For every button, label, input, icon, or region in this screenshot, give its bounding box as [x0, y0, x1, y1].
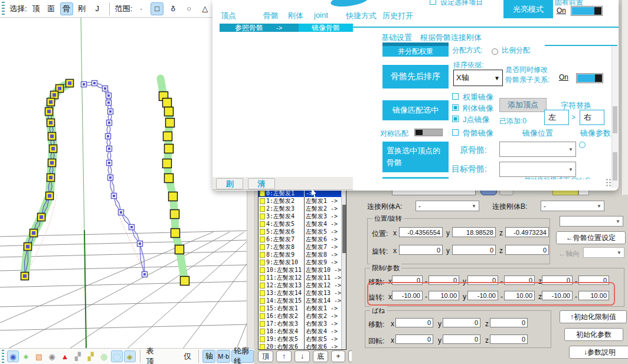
edge-gray-icon[interactable]: ▞: [72, 350, 84, 362]
menu-bone[interactable]: 骨骼: [263, 11, 279, 21]
range-mode-δ[interactable]: δ: [166, 2, 179, 15]
move-limit-x1[interactable]: 0: [392, 276, 423, 285]
mid-first-button[interactable]: 剧: [216, 178, 243, 189]
mid-clear-button[interactable]: 清: [248, 178, 275, 189]
rigid-b-select[interactable]: -▼: [541, 201, 604, 211]
checkbox-刚体镜像[interactable]: [452, 104, 459, 111]
position-z-field[interactable]: -0.4973234: [505, 227, 549, 237]
list-item[interactable]: 19:右鬓发5右鬓发5 ->: [259, 335, 346, 343]
list-item[interactable]: 3:左鬓发4左鬓发3 ->: [259, 212, 346, 220]
outline-toggle-button[interactable]: 轮廓线: [231, 350, 254, 363]
joint-list[interactable]: 0:左鬓发1->1:左鬓发2左鬓发1 ->2:左鬓发3左鬓发2 ->3:左鬓发4…: [258, 189, 346, 350]
rot-limit-x1[interactable]: -10.00: [392, 291, 423, 300]
checkbox-权重镜像[interactable]: [452, 93, 459, 100]
rot-limit-x2[interactable]: 10.00: [429, 291, 459, 300]
add-vertex-button[interactable]: 添加顶点: [499, 98, 547, 112]
spring-move-x[interactable]: 0: [395, 318, 433, 327]
edge-yellow-icon[interactable]: ▞: [85, 350, 97, 362]
menu-history[interactable]: 历史打开: [382, 11, 413, 21]
bone-sort-button[interactable]: 骨骼先后排序: [382, 65, 449, 88]
range-mode-·[interactable]: ·: [135, 2, 148, 15]
bone-position-set-button[interactable]: ←骨骼位置设定: [556, 231, 626, 244]
select-mode-骨[interactable]: 骨: [60, 2, 73, 15]
toolbar-grip[interactable]: [2, 350, 4, 363]
spring-move-y[interactable]: 0: [443, 318, 480, 327]
list-item[interactable]: 9:左鬓发10左鬓发9 ->: [259, 258, 346, 266]
axis-direction-select[interactable]: ▼: [583, 247, 624, 258]
dialog-scrollbar-thumb[interactable]: [613, 152, 617, 181]
spring-rot-z[interactable]: 0: [490, 335, 528, 344]
param-desc-button[interactable]: ↓参数説明: [569, 346, 628, 359]
menu-vertex[interactable]: 顶点: [221, 11, 236, 21]
clipped-input-fragment[interactable]: [392, 190, 476, 195]
bone-icon[interactable]: ◎: [98, 350, 110, 362]
rot-limit-z1[interactable]: -10.00: [542, 291, 573, 300]
menu-rigidbody[interactable]: 刚体: [288, 11, 303, 21]
position-x-field[interactable]: -0.4356554: [399, 227, 443, 237]
list-item[interactable]: 8:左鬓发9左鬓发8 ->: [259, 251, 346, 258]
select-mode-J[interactable]: J: [91, 2, 104, 15]
sort-parent-toggle[interactable]: [576, 73, 603, 83]
vertex-cloud-icon[interactable]: ∗: [20, 350, 32, 362]
rigidbody-icon[interactable]: ◈: [124, 350, 136, 362]
list-item[interactable]: 16:右鬓发2右鬓发2 ->: [259, 312, 346, 320]
move-limit-y2[interactable]: 0: [504, 276, 535, 285]
char-to-input[interactable]: 右: [580, 110, 604, 125]
select-mode-刚[interactable]: 刚: [76, 2, 89, 15]
face-icon[interactable]: ▲: [59, 350, 71, 362]
select-mode-顶[interactable]: 顶: [30, 2, 42, 15]
list-item[interactable]: 7:左鬓发8左鬓发7 ->: [259, 243, 346, 251]
list-item[interactable]: 10:左鬓发11左鬓发10 ->: [259, 266, 346, 274]
move-limit-z2[interactable]: 0: [578, 276, 609, 285]
add-button[interactable]: +: [331, 350, 345, 362]
rotation-y-field[interactable]: 0: [452, 245, 496, 255]
list-scrollbar-track[interactable]: [341, 189, 346, 349]
list-item[interactable]: 15:右鬓发1右鬓发1 ->: [259, 304, 346, 312]
list-item[interactable]: 4:左鬓发5左鬓发4 ->: [259, 220, 346, 228]
move-limit-x2[interactable]: 0: [429, 276, 459, 285]
rot-limit-y2[interactable]: 10.00: [504, 291, 535, 300]
mirror-match-button[interactable]: 镜像匹配选中: [382, 100, 449, 120]
breadcrumb-source[interactable]: 参照骨骼: [235, 23, 263, 33]
list-item[interactable]: 13:左鬓发14左鬓发13 ->: [259, 289, 346, 297]
menu-joint[interactable]: joint: [314, 11, 328, 19]
move-up-button[interactable]: ↑: [276, 350, 292, 362]
extra-select[interactable]: ▼: [560, 216, 623, 227]
list-item[interactable]: 14:左鬓发15左鬓发14 ->: [259, 297, 346, 304]
list-item[interactable]: 18:右鬓发4右鬓发4 ->: [259, 327, 346, 335]
mirror-param-radio[interactable]: [579, 142, 586, 148]
rot-limit-z2[interactable]: 10.00: [578, 291, 609, 300]
list-item[interactable]: 2:左鬓发3左鬓发2 ->: [259, 205, 346, 212]
checkbox-J点镜像[interactable]: [452, 116, 459, 122]
to-bottom-button[interactable]: 底: [313, 350, 328, 362]
rotation-z-field[interactable]: 0: [505, 245, 549, 255]
breadcrumb-target[interactable]: 镜像骨骼: [299, 24, 353, 32]
dialog-scrollbar-track[interactable]: [611, 46, 618, 188]
move-down-button[interactable]: ↓: [295, 350, 310, 362]
surface-top-button[interactable]: 表顶: [145, 350, 160, 363]
tab-basic-settings[interactable]: 基础设置: [381, 32, 412, 43]
spring-move-z[interactable]: 0: [490, 318, 528, 327]
only-button[interactable]: 仅: [181, 350, 194, 363]
bright-mode-button[interactable]: 光亮模式: [503, 0, 553, 18]
rotation-x-field[interactable]: 0: [399, 245, 443, 255]
symmetry-toggle[interactable]: [414, 129, 443, 136]
init-limit-button[interactable]: ↑初始化限制值: [560, 310, 627, 323]
char-from-input[interactable]: 左: [544, 110, 569, 125]
list-item[interactable]: 20:右鬓发6右鬓发6 ->: [259, 343, 346, 350]
move-limit-y1[interactable]: 0: [467, 276, 498, 285]
point-icon[interactable]: ◉: [46, 350, 58, 362]
replace-bone-button[interactable]: 置换选中顶点的骨骼: [382, 142, 449, 172]
list-item[interactable]: 12:左鬓发13左鬓发12 ->: [259, 281, 346, 289]
tab-connect-rigid[interactable]: 根据骨骼连接刚体: [420, 32, 482, 43]
list-item[interactable]: 6:左鬓发7左鬓发6 ->: [259, 235, 346, 243]
range-mode-△[interactable]: △: [198, 2, 211, 15]
mb-toggle-button[interactable]: M·b: [217, 350, 230, 363]
assign-method-radio[interactable]: [492, 48, 498, 55]
position-y-field[interactable]: 18.98528: [452, 227, 496, 237]
move-limit-z1[interactable]: 0: [542, 276, 573, 285]
rot-limit-y1[interactable]: -10.00: [467, 291, 498, 300]
viewport-3d[interactable]: [0, 18, 247, 348]
range-mode-○[interactable]: ○: [182, 2, 195, 15]
sort-basis-select[interactable]: X轴▼: [453, 70, 503, 86]
